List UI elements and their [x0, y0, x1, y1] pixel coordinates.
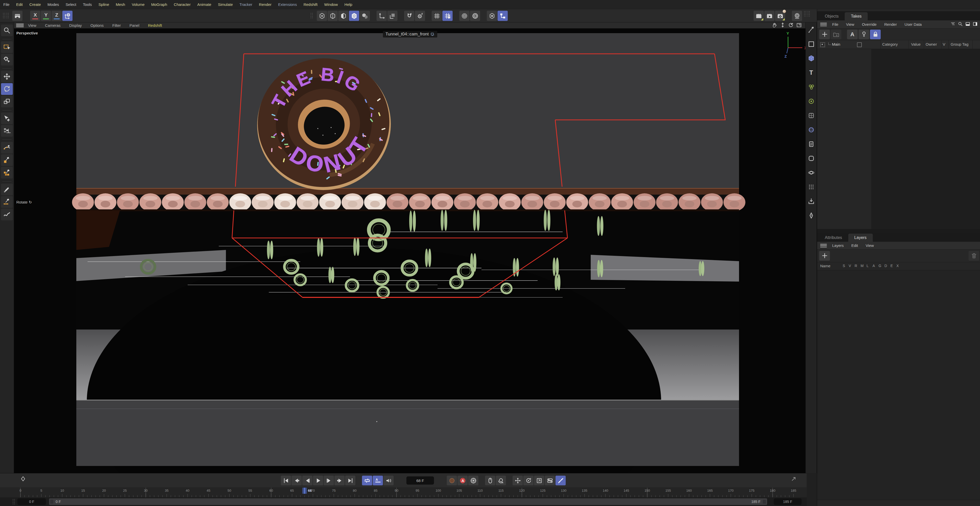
tracks-button[interactable]: [12, 11, 22, 21]
record-objects-button[interactable]: [447, 476, 457, 485]
drag-grip[interactable]: [807, 11, 810, 17]
panel-splitter[interactable]: [817, 229, 980, 233]
viewport-menu-cameras[interactable]: Cameras: [41, 23, 65, 27]
drag-grip[interactable]: [12, 499, 15, 505]
text-object-icon[interactable]: T: [807, 68, 816, 78]
menu-edit[interactable]: Edit: [13, 2, 26, 6]
takes-menu-view[interactable]: View: [842, 22, 858, 27]
lock-take-toggle[interactable]: [870, 30, 881, 39]
viewport-panel[interactable]: ViewCamerasDisplayOptionsFilterPanelReds…: [14, 22, 805, 473]
modeling-settings-button[interactable]: [470, 11, 480, 21]
range-start-field[interactable]: 0 F: [18, 498, 46, 505]
toggle-panel-icon[interactable]: [796, 22, 802, 29]
camera-object-icon[interactable]: [807, 168, 816, 178]
menu-create[interactable]: Create: [26, 2, 44, 6]
autokeying-toggle[interactable]: A: [457, 476, 468, 485]
layers-column-name[interactable]: Name: [820, 264, 830, 268]
layers-flag-column-m[interactable]: M: [861, 264, 864, 268]
go-to-previous-frame-button[interactable]: [302, 476, 312, 485]
add-layer-button[interactable]: [819, 251, 830, 261]
sculpt-pen-button[interactable]: [1, 154, 13, 166]
move-tool-button[interactable]: [1, 71, 13, 82]
pan-view-icon[interactable]: [772, 22, 777, 29]
takes-menu-file[interactable]: File: [828, 22, 842, 27]
take-checkbox[interactable]: [857, 42, 862, 47]
sketch-spline-button[interactable]: [1, 209, 13, 220]
active-camera-label[interactable]: Tunnel_t04::cam_front: [383, 31, 437, 38]
render-view-button[interactable]: [754, 11, 764, 21]
falloff-button[interactable]: [459, 11, 469, 21]
menu-file[interactable]: File: [0, 2, 13, 6]
record-position-mouse-button[interactable]: [485, 476, 495, 485]
viewport-menu-options[interactable]: Options: [86, 23, 108, 27]
scale-tool-button[interactable]: [1, 96, 13, 107]
brush-tool-button[interactable]: [1, 184, 13, 195]
coordinate-system-button[interactable]: [62, 11, 73, 21]
all-frames-toggle[interactable]: A: [373, 476, 383, 485]
layers-tab-layers[interactable]: Layers: [848, 234, 873, 242]
layers-flag-column-d[interactable]: D: [885, 264, 887, 268]
quantize-toggle[interactable]: [442, 11, 453, 21]
drag-grip[interactable]: [803, 11, 807, 17]
filter-icon[interactable]: [950, 21, 956, 27]
redshift-renderview-button[interactable]: [792, 11, 802, 21]
rotate-tool-button[interactable]: [1, 83, 13, 95]
menu-animate[interactable]: Animate: [194, 2, 215, 6]
render-settings-button[interactable]: [775, 11, 785, 21]
takes-column-group-tag[interactable]: Group Tag: [951, 42, 969, 46]
record-rotation-button[interactable]: [496, 476, 506, 485]
hierarchy-solo-toggle[interactable]: [498, 11, 508, 21]
takes-column-category[interactable]: Category: [882, 42, 898, 46]
menu-select[interactable]: Select: [62, 2, 80, 6]
menu-tools[interactable]: Tools: [80, 2, 95, 6]
layers-flag-column-x[interactable]: X: [897, 264, 899, 268]
drag-grip[interactable]: [310, 13, 313, 19]
takes-menu-user-data[interactable]: User Data: [900, 22, 926, 27]
viewport-3d-scene[interactable]: THE BIGDONUTYXZ: [14, 29, 805, 473]
zoom-view-icon[interactable]: [780, 22, 786, 29]
lock-x-button[interactable]: X: [30, 11, 40, 21]
axis-modification-button[interactable]: [377, 11, 387, 21]
path-pen-button[interactable]: [1, 196, 13, 208]
grid-toggle[interactable]: [432, 11, 442, 21]
go-to-next-key-button[interactable]: [334, 476, 345, 485]
go-to-end-button[interactable]: [345, 476, 355, 485]
takes-menu-override[interactable]: Override: [858, 22, 880, 27]
layers-flag-column-s[interactable]: S: [843, 264, 845, 268]
menu-modes[interactable]: Modes: [44, 2, 62, 6]
array-object-icon[interactable]: [807, 182, 816, 192]
layers-menu-edit[interactable]: Edit: [848, 243, 862, 247]
layers-menu-layers[interactable]: Layers: [828, 243, 848, 247]
menu-simulate[interactable]: Simulate: [215, 2, 236, 6]
uv-mode-button[interactable]: [360, 11, 370, 21]
takes-tree-area[interactable]: [817, 49, 871, 229]
keyframe-rotation-toggle[interactable]: [523, 476, 533, 485]
layers-flag-column-r[interactable]: R: [855, 264, 857, 268]
takes-column-v[interactable]: V: [943, 42, 945, 46]
new-take-button[interactable]: [819, 30, 830, 39]
viewport-menu-display[interactable]: Display: [65, 23, 86, 27]
mograph-cloner-icon[interactable]: [807, 82, 816, 92]
field-object-icon[interactable]: [807, 97, 816, 106]
content-browser-icon[interactable]: [807, 197, 816, 206]
drag-grip[interactable]: [3, 13, 6, 19]
range-right-grip[interactable]: [763, 500, 765, 504]
view-label[interactable]: Perspective: [16, 31, 38, 35]
go-to-previous-key-button[interactable]: [291, 476, 302, 485]
menu-mesh[interactable]: Mesh: [113, 2, 129, 6]
range-end-field[interactable]: 185 F: [774, 498, 802, 505]
viewport-menu-view[interactable]: View: [24, 23, 41, 27]
auto-take-toggle[interactable]: A: [847, 30, 858, 39]
layers-flag-column-g[interactable]: G: [878, 264, 881, 268]
menu-render[interactable]: Render: [256, 2, 275, 6]
keyframe-selection-toggle[interactable]: [555, 476, 566, 485]
snap-settings-button[interactable]: [415, 11, 425, 21]
sound-toggle[interactable]: [383, 476, 394, 485]
layers-flag-column-v[interactable]: V: [848, 264, 851, 268]
new-child-take-button[interactable]: [830, 30, 842, 39]
viewport-menu-grip-icon[interactable]: [16, 24, 24, 27]
timeline-ruler[interactable]: 0510152025303540455055606570758085909510…: [0, 488, 807, 497]
keyframe-position-toggle[interactable]: [512, 476, 523, 485]
takes-column-value[interactable]: Value: [911, 42, 921, 46]
delete-layer-button[interactable]: [969, 251, 979, 261]
